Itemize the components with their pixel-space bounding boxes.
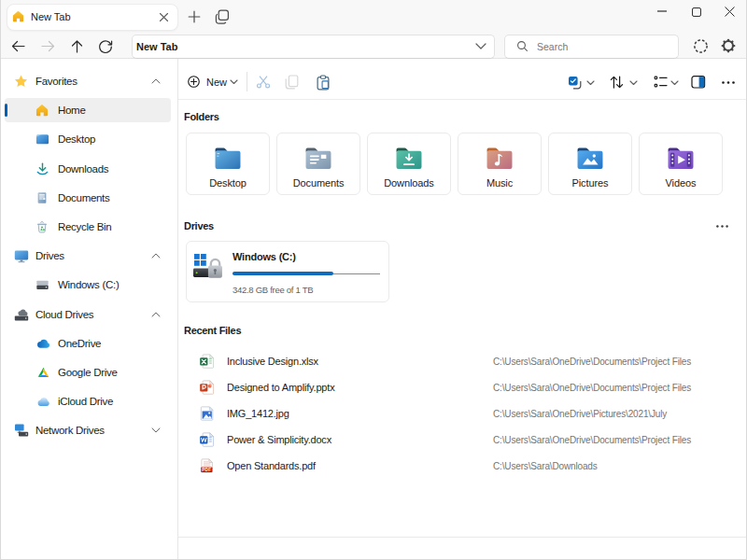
svg-text:PDF: PDF <box>202 468 211 472</box>
